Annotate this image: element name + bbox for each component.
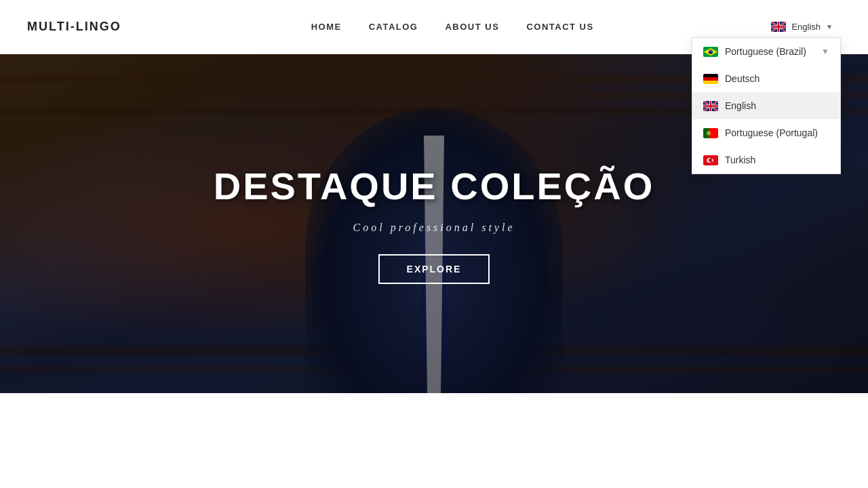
lang-label-de: Deutsch xyxy=(725,73,760,84)
svg-rect-4 xyxy=(703,74,718,77)
lang-option-pt-br[interactable]: Portuguese (Brazil) ▼ xyxy=(692,38,840,65)
hero-title: DESTAQUE COLEÇÃO xyxy=(214,164,655,208)
language-selector: English ▼ Portuguese (Brazil) ▼ xyxy=(763,16,841,37)
nav-item-contact[interactable]: CONTACT US xyxy=(526,22,593,32)
chevron-right-icon: ▼ xyxy=(821,47,829,56)
flag-brazil-icon xyxy=(703,47,718,57)
flag-gb-icon xyxy=(703,101,718,111)
lang-label-tr: Turkish xyxy=(725,155,755,165)
site-logo[interactable]: MULTI-LINGO xyxy=(27,20,121,34)
svg-rect-6 xyxy=(703,81,718,84)
explore-button[interactable]: EXPLORE xyxy=(378,254,490,284)
flag-portugal-icon xyxy=(703,128,718,138)
lang-option-tr[interactable]: Turkish xyxy=(692,146,840,174)
below-hero-section xyxy=(0,393,868,488)
lang-option-de[interactable]: Deutsch xyxy=(692,65,840,92)
svg-point-12 xyxy=(708,132,709,134)
flag-turkey-icon xyxy=(703,155,718,165)
lang-label-pt-br: Portuguese (Brazil) xyxy=(725,46,806,57)
flag-germany-icon xyxy=(703,74,718,84)
lang-option-en[interactable]: English xyxy=(692,92,840,119)
svg-point-3 xyxy=(709,49,713,54)
chevron-down-icon: ▼ xyxy=(826,23,833,30)
nav-item-home[interactable]: HOME xyxy=(311,22,342,32)
svg-rect-5 xyxy=(703,77,718,81)
main-nav: HOME CATALOG ABOUT US CONTACT US xyxy=(311,22,594,32)
nav-item-about[interactable]: ABOUT US xyxy=(445,22,499,32)
lang-label-pt-pt: Portuguese (Portugal) xyxy=(725,127,818,138)
language-selector-button[interactable]: English ▼ xyxy=(763,16,841,37)
language-dropdown: Portuguese (Brazil) ▼ Deutsch xyxy=(692,37,841,174)
nav-item-catalog[interactable]: CATALOG xyxy=(369,22,418,32)
current-flag-icon xyxy=(771,22,786,32)
site-header: MULTI-LINGO HOME CATALOG ABOUT US CONTAC… xyxy=(0,0,868,54)
hero-subtitle: Cool professional style xyxy=(353,222,515,234)
lang-option-pt-pt[interactable]: Portuguese (Portugal) xyxy=(692,119,840,146)
lang-label-en: English xyxy=(725,100,756,111)
current-language-label: English xyxy=(791,22,821,32)
svg-point-15 xyxy=(709,158,712,161)
